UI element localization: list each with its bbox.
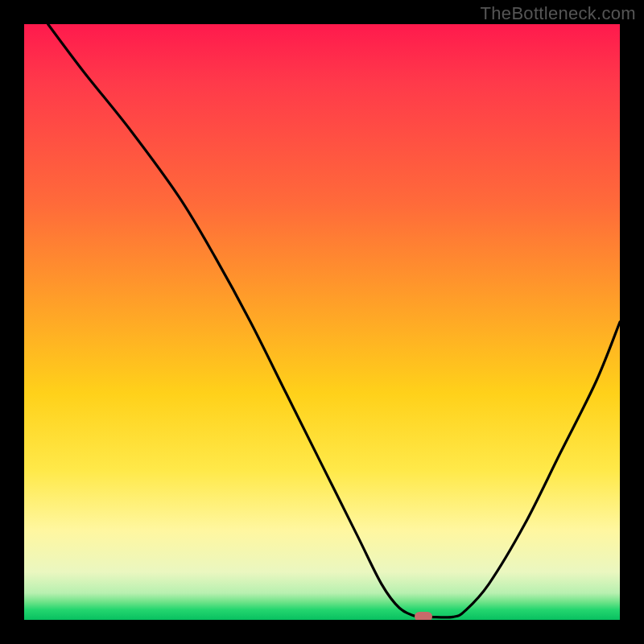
chart-container: TheBottleneck.com: [0, 0, 644, 644]
optimum-marker: [415, 612, 432, 620]
plot-area: [24, 24, 620, 620]
heatmap-background: [24, 24, 620, 620]
watermark-text: TheBottleneck.com: [481, 3, 636, 24]
